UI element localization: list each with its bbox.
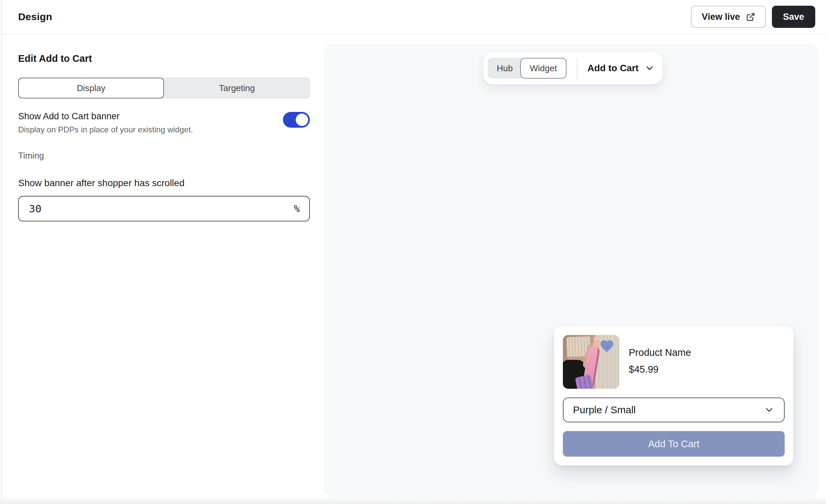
hub-label: Hub (497, 63, 513, 74)
banner-toggle-labels: Show Add to Cart banner Display on PDPs … (18, 111, 283, 134)
header-bar: Design View live Save (0, 0, 826, 34)
save-label: Save (783, 12, 804, 22)
preview-canvas: Hub Widget Add to Cart (324, 44, 818, 497)
toolbar-divider (577, 58, 577, 79)
heart-icon (599, 338, 615, 353)
tab-display[interactable]: Display (18, 78, 164, 98)
header-actions: View live Save (691, 6, 815, 28)
chevron-down-icon (764, 405, 775, 415)
view-live-label: View live (702, 12, 740, 22)
editor-panel: Edit Add to Cart Display Targeting Show … (18, 34, 310, 221)
view-live-button[interactable]: View live (691, 6, 766, 28)
tab-display-label: Display (77, 83, 105, 93)
component-picker-dropdown[interactable]: Add to Cart (587, 63, 655, 74)
banner-toggle-switch[interactable] (283, 112, 310, 128)
variant-select-value: Purple / Small (573, 404, 636, 416)
product-price: $45.99 (629, 364, 691, 375)
preview-toolbar: Hub Widget Add to Cart (483, 52, 663, 84)
scroll-percentage-field: % (18, 196, 310, 221)
banner-toggle-row: Show Add to Cart banner Display on PDPs … (18, 111, 310, 134)
window-left-edge (1, 0, 2, 504)
add-to-cart-button[interactable]: Add To Cart (563, 431, 785, 457)
component-picker-label: Add to Cart (587, 63, 638, 74)
tab-targeting-label: Targeting (219, 83, 255, 93)
view-switch-widget[interactable]: Widget (520, 58, 567, 79)
widget-label: Widget (530, 63, 557, 74)
page-title: Design (18, 11, 52, 23)
banner-toggle-description: Display on PDPs in place of your existin… (18, 125, 283, 134)
external-link-icon (746, 12, 755, 22)
tab-targeting[interactable]: Targeting (164, 78, 310, 98)
view-switch: Hub Widget (488, 58, 567, 79)
design-editor-app: Design View live Save Edit Add to Cart (0, 0, 826, 504)
scroll-percentage-input[interactable] (28, 202, 289, 215)
product-image (563, 335, 619, 389)
view-switch-hub[interactable]: Hub (488, 58, 522, 79)
product-info: Product Name $45.99 (629, 335, 691, 389)
percent-unit-label: % (294, 203, 300, 214)
variant-select[interactable]: Purple / Small (563, 397, 785, 422)
product-name: Product Name (629, 347, 691, 358)
editor-tab-group: Display Targeting (18, 78, 310, 98)
add-to-cart-label: Add To Cart (648, 438, 700, 450)
scroll-field-label: Show banner after shopper has scrolled (18, 178, 310, 188)
chevron-down-icon (645, 63, 655, 73)
timing-section-label: Timing (18, 151, 310, 161)
page-bottom-shadow (0, 495, 826, 504)
toggle-knob (296, 114, 308, 126)
banner-toggle-label: Show Add to Cart banner (18, 111, 283, 122)
save-button[interactable]: Save (772, 6, 815, 28)
add-to-cart-banner-preview: Product Name $45.99 Purple / Small Add T… (554, 326, 793, 465)
editor-heading: Edit Add to Cart (18, 53, 310, 64)
product-summary: Product Name $45.99 (563, 335, 785, 389)
